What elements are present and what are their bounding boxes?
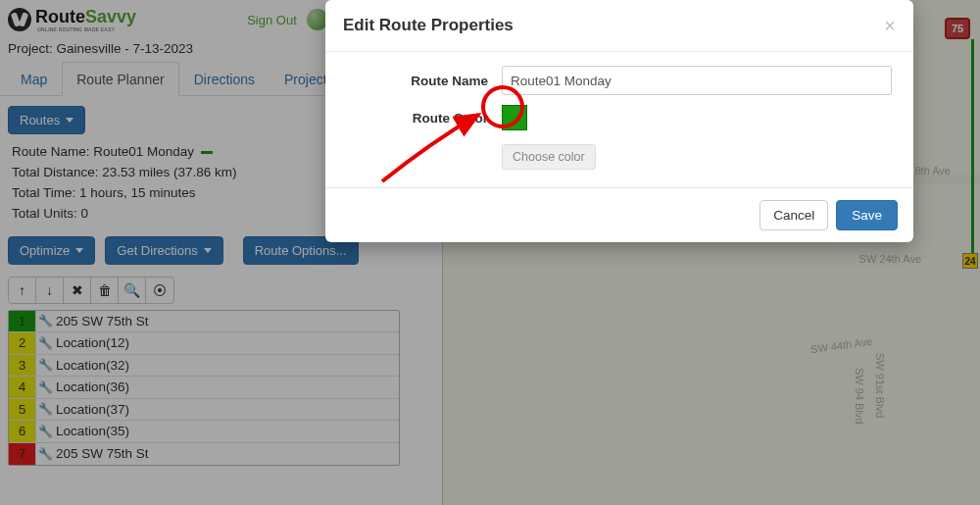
- app-root: RouteSavvy ONLINE ROUTING MADE EASY Sign…: [0, 0, 980, 505]
- modal-title: Edit Route Properties: [343, 16, 884, 35]
- modal-footer: Cancel Save: [325, 187, 913, 242]
- edit-route-modal: Edit Route Properties × Route Name Route…: [325, 0, 913, 242]
- route-color-field-label: Route Color: [347, 111, 502, 126]
- save-button[interactable]: Save: [836, 200, 898, 230]
- cancel-button[interactable]: Cancel: [760, 200, 828, 230]
- modal-header: Edit Route Properties ×: [325, 0, 913, 52]
- route-color-swatch[interactable]: [502, 105, 527, 130]
- modal-body: Route Name Route Color Choose color: [325, 52, 913, 187]
- close-icon[interactable]: ×: [884, 16, 896, 35]
- choose-color-button[interactable]: Choose color: [502, 144, 596, 170]
- route-name-field-label: Route Name: [347, 74, 502, 88]
- route-name-input[interactable]: [502, 66, 892, 95]
